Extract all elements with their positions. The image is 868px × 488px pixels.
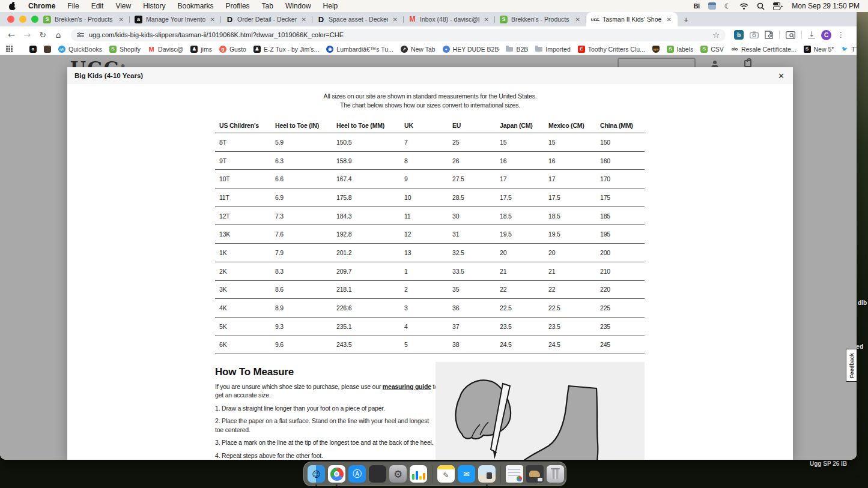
bookmark-item-b2b[interactable]: B2B (502, 46, 532, 53)
devtools-inspect-icon[interactable] (786, 31, 795, 39)
modal-close-icon[interactable]: ✕ (777, 71, 786, 80)
bookmark-item[interactable] (40, 46, 55, 53)
size-cell: 6.9 (271, 194, 332, 201)
tab-close-icon[interactable]: ✕ (574, 16, 581, 23)
menubar-clock[interactable]: Mon Sep 29 1:50 PM (792, 2, 860, 10)
minimize-window-button[interactable] (19, 16, 26, 23)
bookmark-item[interactable] (649, 46, 663, 53)
browser-tab[interactable]: Brekken's - Products - UGG®✕ (495, 12, 586, 26)
site-info-icon[interactable] (77, 32, 84, 38)
extensions-puzzle-icon[interactable] (765, 31, 773, 39)
tab-close-icon[interactable]: ✕ (300, 16, 308, 23)
bookmark-item-tt-chat[interactable]: TT chat (837, 46, 857, 53)
menubar-item-history[interactable]: History (137, 0, 171, 12)
desktop-icon-label[interactable]: Ugg SP 26 IB (810, 460, 847, 467)
bookmark-item-csv[interactable]: CSV (697, 46, 727, 53)
bookmark-item-shopify[interactable]: Shopify (106, 46, 144, 53)
new-tab-button[interactable]: + (684, 15, 688, 26)
dock-item-system-settings[interactable] (389, 465, 407, 483)
chrome-menu-icon[interactable]: ⋮ (837, 31, 845, 39)
bookmark-item-new-5[interactable]: New 5* (800, 46, 838, 53)
bookmark-item-toothy-critters-clu[interactable]: Toothy Critters Clu... (574, 46, 649, 53)
bookmark-item-davisc[interactable]: Davisc@ (144, 46, 187, 53)
wifi-icon[interactable] (739, 3, 748, 10)
address-bar[interactable]: ugg.com/kids-big-kids-slippers/tasman-ii… (71, 29, 726, 41)
menubar-item-view[interactable]: View (109, 0, 137, 12)
bookmark-item-new-tab[interactable]: New Tab (397, 46, 439, 53)
menubar-item-bookmarks[interactable]: Bookmarks (172, 0, 220, 12)
bag-icon[interactable] (744, 60, 751, 67)
dock-item-app-store[interactable] (348, 465, 366, 483)
shopify-favicon-icon (43, 16, 51, 23)
browser-tab[interactable]: Tasman II Kids' Shoe | UGG✕ (586, 12, 678, 26)
dock-item-minimized-window-shoe[interactable] (526, 465, 544, 483)
url-text[interactable]: ugg.com/kids-big-kids-slippers/tasman-ii… (89, 31, 708, 38)
bookmark-item-resale-certificate[interactable]: Resale Certificate... (727, 46, 800, 53)
browser-tab[interactable]: Order Detail - Deckers B2B O✕ (221, 12, 312, 26)
dock-item-finder[interactable] (308, 465, 325, 483)
fullscreen-window-button[interactable] (31, 16, 38, 23)
size-cell: 10T (215, 175, 271, 182)
minimized-window-shoe-icon (526, 465, 544, 483)
bookmark-item-quickbooks[interactable]: QuickBooks (55, 46, 106, 53)
bookmark-item-labels[interactable]: labels (663, 46, 697, 53)
search-icon[interactable] (757, 2, 765, 10)
menubar-item-window[interactable]: Window (279, 0, 317, 12)
tab-close-icon[interactable]: ✕ (392, 16, 399, 23)
measuring-guide-link[interactable]: measuring guide (383, 383, 431, 390)
forward-button[interactable]: → (20, 28, 34, 41)
dock-item-trash[interactable] (547, 465, 564, 483)
tab-close-icon[interactable]: ✕ (483, 16, 490, 23)
browser-tab[interactable]: Brekken's · Products · UGG®✕ (38, 12, 130, 26)
tab-close-icon[interactable]: ✕ (118, 16, 125, 23)
browser-tab[interactable]: Inbox (48) - davisc@brekken✕ (404, 12, 495, 26)
close-window-button[interactable] (7, 16, 14, 23)
menubar-item-help[interactable]: Help (317, 0, 344, 12)
bookmark-item-hey-dude-b2b[interactable]: HEY DUDE B2B (439, 46, 503, 53)
apple-menu-icon[interactable] (8, 2, 16, 10)
deckers-favicon-icon (226, 16, 234, 23)
size-cell: 36 (448, 304, 496, 312)
calendar-icon[interactable] (708, 2, 716, 10)
dock-item-preview[interactable] (478, 465, 496, 483)
back-button[interactable]: ← (5, 28, 18, 41)
moon-icon[interactable]: ☾ (724, 2, 732, 11)
size-cell: 3K (215, 286, 271, 293)
bookmark-item-imported[interactable]: Imported (532, 46, 574, 53)
dock-item-mail[interactable] (458, 465, 475, 483)
menubar-app-name[interactable]: Chrome (22, 0, 61, 12)
lumbardi-bookmark-icon (326, 46, 333, 53)
size-cell: 160 (596, 157, 645, 164)
home-button[interactable]: ⌂ (52, 28, 65, 41)
bi-badge-icon[interactable]: BI (694, 2, 700, 10)
feedback-button[interactable]: Feedback (846, 349, 857, 382)
camera-extension-icon[interactable] (750, 31, 759, 38)
menubar-item-tab[interactable]: Tab (256, 0, 279, 12)
reload-button[interactable]: ↻ (36, 28, 49, 41)
menubar-item-edit[interactable]: Edit (85, 0, 110, 12)
dock-item-numbers[interactable] (410, 465, 427, 483)
tab-close-icon[interactable]: ✕ (209, 16, 216, 23)
bookmark-item-lumbardi-s-tu[interactable]: Lumbardiâ€™s Tu... (323, 46, 397, 53)
bookmark-star-icon[interactable]: ☆ (712, 31, 720, 40)
menubar-item-file[interactable]: File (61, 0, 85, 12)
tab-close-icon[interactable]: ✕ (666, 16, 673, 23)
dock-item-chrome[interactable] (328, 465, 345, 483)
apps-grid-icon[interactable] (6, 46, 13, 53)
bookmark-label: New 5* (814, 46, 834, 53)
menubar-item-profiles[interactable]: Profiles (220, 0, 256, 12)
bookmark-item-e-z-tux-by-jim-s[interactable]: E-Z Tux - by Jim's... (250, 46, 323, 53)
bookmark-item[interactable] (26, 46, 40, 53)
profile-avatar[interactable]: C (821, 30, 831, 40)
dock-item-notes[interactable] (437, 465, 455, 483)
control-center-icon[interactable] (773, 2, 783, 10)
browser-tab[interactable]: Space asset - Deckers Asset✕ (312, 12, 404, 26)
downloads-icon[interactable]: ↓ (808, 31, 815, 38)
bookmark-item-jims[interactable]: jims (187, 46, 216, 53)
size-col-header: Heel to Toe (IN) (271, 122, 332, 129)
dock-item-calculator[interactable] (369, 465, 386, 483)
bookmark-item-gusto[interactable]: Gusto (216, 46, 250, 53)
extension-b-icon[interactable]: b (734, 30, 744, 40)
dock-item-minimized-window-chrome[interactable] (506, 465, 523, 483)
browser-tab[interactable]: Manage Your Inventory✕ (130, 12, 221, 26)
